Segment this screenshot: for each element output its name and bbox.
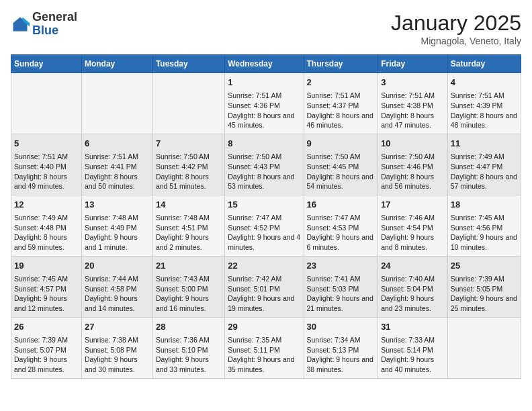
cell-content: 31Sunrise: 7:33 AMSunset: 5:14 PMDayligh… [381,321,445,375]
day-number: 27 [85,321,150,333]
cell-content: 8Sunrise: 7:50 AMSunset: 4:43 PMDaylight… [228,138,300,191]
day-number: 20 [85,260,150,272]
sunset-text: Sunset: 4:48 PM [14,223,79,233]
sunset-text: Sunset: 5:08 PM [85,345,150,355]
daylight-text: Daylight: 8 hours and 57 minutes. [451,172,518,191]
sunset-text: Sunset: 5:14 PM [381,345,445,355]
col-header-tuesday: Tuesday [152,55,224,73]
sunrise-text: Sunrise: 7:50 AM [307,152,375,162]
sunrise-text: Sunrise: 7:50 AM [381,152,445,162]
cell-content: 23Sunrise: 7:41 AMSunset: 5:03 PMDayligh… [307,260,375,314]
calendar-cell: 21Sunrise: 7:43 AMSunset: 5:00 PMDayligh… [152,256,224,317]
sunrise-text: Sunrise: 7:39 AM [451,274,518,284]
calendar-cell: 1Sunrise: 7:51 AMSunset: 4:36 PMDaylight… [225,73,304,134]
cell-content: 3Sunrise: 7:51 AMSunset: 4:38 PMDaylight… [381,77,445,130]
sunrise-text: Sunrise: 7:38 AM [85,335,150,345]
day-number: 21 [156,260,222,272]
calendar-cell: 7Sunrise: 7:50 AMSunset: 4:42 PMDaylight… [152,134,224,195]
week-row: 19Sunrise: 7:45 AMSunset: 4:57 PMDayligh… [11,256,521,317]
sunset-text: Sunset: 4:45 PM [307,162,375,172]
sunset-text: Sunset: 5:00 PM [156,284,222,294]
calendar-cell: 9Sunrise: 7:50 AMSunset: 4:45 PMDaylight… [304,134,378,195]
col-header-monday: Monday [81,55,152,73]
daylight-text: Daylight: 9 hours and 2 minutes. [156,232,222,252]
day-number: 14 [156,199,222,211]
sunrise-text: Sunrise: 7:42 AM [228,274,300,284]
daylight-text: Daylight: 9 hours and 6 minutes. [307,232,375,252]
day-number: 7 [156,138,222,150]
day-number: 18 [451,199,518,211]
daylight-text: Daylight: 9 hours and 25 minutes. [451,293,518,313]
sunset-text: Sunset: 4:47 PM [451,162,518,172]
sunrise-text: Sunrise: 7:35 AM [228,335,300,345]
daylight-text: Daylight: 9 hours and 10 minutes. [451,232,518,252]
sunset-text: Sunset: 4:56 PM [451,223,518,233]
logo: General Blue [11,11,77,38]
day-number: 3 [381,77,445,89]
daylight-text: Daylight: 9 hours and 40 minutes. [381,355,445,374]
sunset-text: Sunset: 4:39 PM [451,101,518,111]
sunset-text: Sunset: 4:52 PM [228,223,300,233]
calendar-cell: 18Sunrise: 7:45 AMSunset: 4:56 PMDayligh… [447,195,521,256]
daylight-text: Daylight: 9 hours and 28 minutes. [14,355,79,374]
cell-content: 24Sunrise: 7:40 AMSunset: 5:04 PMDayligh… [381,260,445,314]
daylight-text: Daylight: 8 hours and 51 minutes. [156,172,222,191]
sunset-text: Sunset: 4:43 PM [228,162,300,172]
sunset-text: Sunset: 5:04 PM [381,284,445,294]
cell-content: 18Sunrise: 7:45 AMSunset: 4:56 PMDayligh… [451,199,518,253]
day-number: 28 [156,321,222,333]
daylight-text: Daylight: 9 hours and 1 minute. [85,232,150,252]
day-number: 12 [14,199,79,211]
calendar-cell: 23Sunrise: 7:41 AMSunset: 5:03 PMDayligh… [304,256,378,317]
cell-content: 11Sunrise: 7:49 AMSunset: 4:47 PMDayligh… [451,138,518,191]
sunrise-text: Sunrise: 7:51 AM [307,91,375,101]
daylight-text: Daylight: 9 hours and 21 minutes. [307,293,375,313]
cell-content: 14Sunrise: 7:48 AMSunset: 4:51 PMDayligh… [156,199,222,253]
week-row: 12Sunrise: 7:49 AMSunset: 4:48 PMDayligh… [11,195,521,256]
sunset-text: Sunset: 4:38 PM [381,101,445,111]
calendar-cell: 14Sunrise: 7:48 AMSunset: 4:51 PMDayligh… [152,195,224,256]
calendar-cell: 2Sunrise: 7:51 AMSunset: 4:37 PMDaylight… [304,73,378,134]
calendar-cell: 3Sunrise: 7:51 AMSunset: 4:38 PMDaylight… [378,73,448,134]
sunrise-text: Sunrise: 7:50 AM [156,152,222,162]
day-number: 5 [14,138,79,150]
sunset-text: Sunset: 5:13 PM [307,345,375,355]
sunrise-text: Sunrise: 7:48 AM [156,213,222,223]
week-row: 1Sunrise: 7:51 AMSunset: 4:36 PMDaylight… [11,73,521,134]
sunrise-text: Sunrise: 7:46 AM [381,213,445,223]
daylight-text: Daylight: 9 hours and 38 minutes. [307,355,375,374]
col-header-saturday: Saturday [447,55,521,73]
logo-blue: Blue [32,24,58,37]
week-row: 5Sunrise: 7:51 AMSunset: 4:40 PMDaylight… [11,134,521,195]
sunrise-text: Sunrise: 7:51 AM [381,91,445,101]
sunset-text: Sunset: 5:03 PM [307,284,375,294]
calendar-cell: 24Sunrise: 7:40 AMSunset: 5:04 PMDayligh… [378,256,448,317]
cell-content: 28Sunrise: 7:36 AMSunset: 5:10 PMDayligh… [156,321,222,375]
cell-content: 26Sunrise: 7:39 AMSunset: 5:07 PMDayligh… [14,321,79,375]
daylight-text: Daylight: 8 hours and 47 minutes. [381,111,445,130]
calendar-cell: 25Sunrise: 7:39 AMSunset: 5:05 PMDayligh… [447,256,521,317]
day-number: 6 [85,138,150,150]
cell-content: 19Sunrise: 7:45 AMSunset: 4:57 PMDayligh… [14,260,79,314]
day-number: 30 [307,321,375,333]
calendar-cell: 29Sunrise: 7:35 AMSunset: 5:11 PMDayligh… [225,317,304,378]
sunset-text: Sunset: 5:10 PM [156,345,222,355]
calendar-cell [447,317,521,378]
sunset-text: Sunset: 4:40 PM [14,162,79,172]
sunset-text: Sunset: 5:11 PM [228,345,300,355]
day-number: 17 [381,199,445,211]
daylight-text: Daylight: 9 hours and 14 minutes. [85,293,150,313]
sunrise-text: Sunrise: 7:50 AM [228,152,300,162]
calendar-cell: 16Sunrise: 7:47 AMSunset: 4:53 PMDayligh… [304,195,378,256]
sunset-text: Sunset: 4:46 PM [381,162,445,172]
calendar-cell: 17Sunrise: 7:46 AMSunset: 4:54 PMDayligh… [378,195,448,256]
sunrise-text: Sunrise: 7:40 AM [381,274,445,284]
sunrise-text: Sunrise: 7:41 AM [307,274,375,284]
sunrise-text: Sunrise: 7:49 AM [451,152,518,162]
calendar-cell: 5Sunrise: 7:51 AMSunset: 4:40 PMDaylight… [11,134,82,195]
cell-content: 6Sunrise: 7:51 AMSunset: 4:41 PMDaylight… [85,138,150,191]
cell-content: 27Sunrise: 7:38 AMSunset: 5:08 PMDayligh… [85,321,150,375]
cell-content: 17Sunrise: 7:46 AMSunset: 4:54 PMDayligh… [381,199,445,253]
calendar-cell: 8Sunrise: 7:50 AMSunset: 4:43 PMDaylight… [225,134,304,195]
sunrise-text: Sunrise: 7:34 AM [307,335,375,345]
